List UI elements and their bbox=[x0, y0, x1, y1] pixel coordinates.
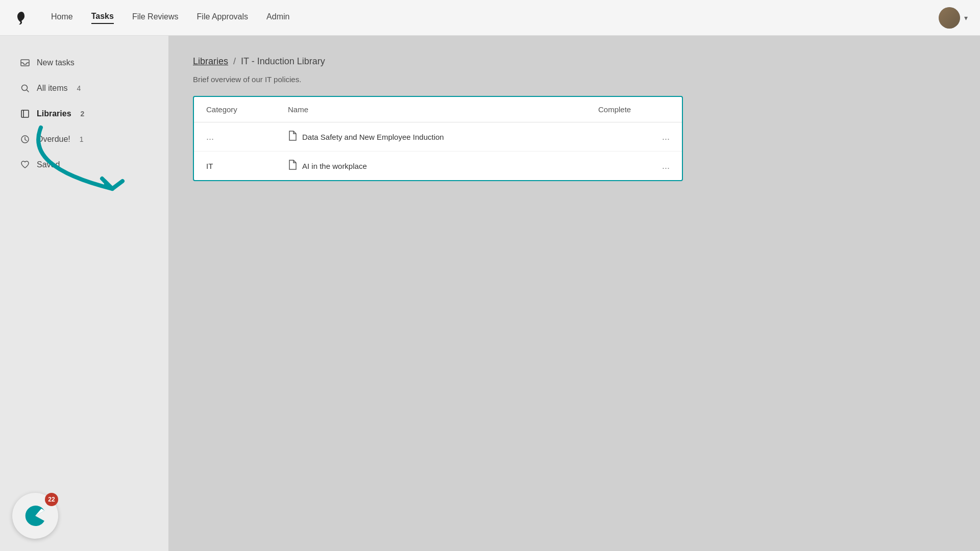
nav-admin[interactable]: Admin bbox=[266, 12, 289, 23]
notification-badge: 22 bbox=[45, 493, 58, 506]
col-category: Category bbox=[206, 105, 288, 114]
all-items-badge: 4 bbox=[77, 84, 81, 92]
inbox-icon bbox=[19, 57, 31, 68]
nav-home[interactable]: Home bbox=[51, 12, 73, 23]
sidebar: New tasks All items 4 Libraries 2 bbox=[0, 36, 168, 551]
user-avatar[interactable] bbox=[939, 7, 960, 29]
breadcrumb-current: IT - Induction Library bbox=[241, 56, 325, 67]
table-row[interactable]: ... Data Safety and New Employee Inducti… bbox=[194, 122, 682, 152]
heart-icon bbox=[19, 159, 31, 170]
clock-icon bbox=[19, 134, 31, 145]
file-icon bbox=[288, 160, 297, 172]
book-icon bbox=[19, 108, 31, 119]
svg-point-0 bbox=[20, 14, 22, 16]
file-icon bbox=[288, 131, 297, 143]
nav-right: ▾ bbox=[939, 7, 968, 29]
sidebar-item-saved[interactable]: Saved bbox=[12, 154, 156, 176]
row2-name: AI in the workplace bbox=[302, 162, 367, 170]
row1-name: Data Safety and New Employee Induction bbox=[302, 133, 444, 141]
nav-file-approvals[interactable]: File Approvals bbox=[197, 12, 249, 23]
sidebar-item-new-tasks[interactable]: New tasks bbox=[12, 52, 156, 73]
nav-tasks[interactable]: Tasks bbox=[91, 12, 114, 24]
nav-file-reviews[interactable]: File Reviews bbox=[132, 12, 179, 23]
nav-links: Home Tasks File Reviews File Approvals A… bbox=[51, 12, 918, 24]
row1-file-name: Data Safety and New Employee Induction bbox=[288, 131, 598, 143]
row1-complete: ... bbox=[598, 132, 670, 142]
content-area: Libraries / IT - Induction Library Brief… bbox=[168, 36, 980, 551]
sidebar-item-saved-label: Saved bbox=[37, 160, 60, 169]
chevron-down-icon[interactable]: ▾ bbox=[964, 14, 968, 22]
table-header: Category Name Complete bbox=[194, 97, 682, 122]
libraries-badge: 2 bbox=[81, 110, 85, 118]
breadcrumb: Libraries / IT - Induction Library bbox=[193, 56, 955, 67]
sidebar-item-new-tasks-label: New tasks bbox=[37, 58, 75, 67]
row2-category: IT bbox=[206, 162, 288, 170]
search-icon bbox=[19, 83, 31, 94]
library-table: Category Name Complete ... Data Safety a… bbox=[193, 96, 683, 181]
sidebar-item-all-items-label: All items bbox=[37, 84, 67, 93]
col-complete: Complete bbox=[598, 105, 670, 114]
svg-point-2 bbox=[22, 85, 28, 91]
row2-complete: ... bbox=[598, 161, 670, 171]
sidebar-item-libraries[interactable]: Libraries 2 bbox=[12, 103, 156, 124]
sidebar-item-overdue[interactable]: Overdue! 1 bbox=[12, 129, 156, 150]
breadcrumb-libraries-link[interactable]: Libraries bbox=[193, 56, 228, 67]
bottom-widget[interactable]: 22 bbox=[12, 493, 58, 539]
top-navigation: Home Tasks File Reviews File Approvals A… bbox=[0, 0, 980, 36]
widget-logo-icon bbox=[21, 502, 50, 530]
sidebar-item-overdue-label: Overdue! bbox=[37, 135, 70, 144]
sidebar-item-all-items[interactable]: All items 4 bbox=[12, 78, 156, 99]
svg-rect-3 bbox=[21, 110, 29, 117]
sidebar-item-libraries-label: Libraries bbox=[37, 109, 71, 118]
app-logo[interactable] bbox=[12, 9, 31, 27]
main-layout: New tasks All items 4 Libraries 2 bbox=[0, 36, 980, 551]
table-row[interactable]: IT AI in the workplace ... bbox=[194, 152, 682, 180]
row2-file-name: AI in the workplace bbox=[288, 160, 598, 172]
page-description: Brief overview of our IT policies. bbox=[193, 75, 955, 84]
col-name: Name bbox=[288, 105, 598, 114]
breadcrumb-separator: / bbox=[233, 56, 236, 67]
row1-category: ... bbox=[206, 132, 288, 142]
overdue-badge: 1 bbox=[80, 135, 84, 143]
